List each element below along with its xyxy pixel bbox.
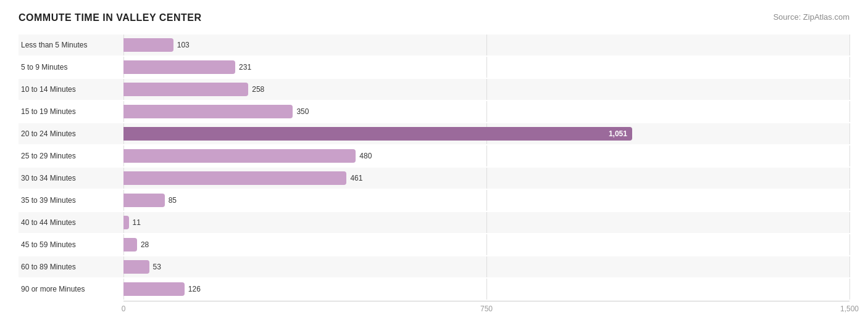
x-axis: 07501,500 — [123, 301, 849, 318]
bar: 480 — [123, 149, 356, 163]
bar-container: 231 — [123, 57, 849, 78]
bar-container: 461 — [123, 168, 849, 189]
bar-value: 231 — [239, 63, 251, 72]
bar-label: 45 to 59 Minutes — [19, 240, 123, 249]
bar: 350 — [123, 105, 293, 118]
bar-container: 53 — [123, 256, 849, 277]
bar-container: 258 — [123, 79, 849, 100]
bar-label: 10 to 14 Minutes — [19, 85, 123, 94]
x-tick-label: 750 — [480, 305, 493, 313]
bar-label: 40 to 44 Minutes — [19, 218, 123, 227]
bar-container: 126 — [123, 279, 849, 300]
bar: 231 — [123, 60, 235, 74]
chart-header: COMMUTE TIME IN VALLEY CENTER Source: Zi… — [19, 12, 849, 23]
bar-container: 350 — [123, 101, 849, 122]
bar-row: Less than 5 Minutes103 — [19, 35, 849, 55]
bar-label: 5 to 9 Minutes — [19, 63, 123, 72]
bar-row: 35 to 39 Minutes85 — [19, 190, 849, 211]
bar-container: 480 — [123, 145, 849, 166]
bar-row: 15 to 19 Minutes350 — [19, 101, 849, 122]
bars-wrapper: Less than 5 Minutes1035 to 9 Minutes2311… — [19, 35, 849, 300]
bar-container: 103 — [123, 35, 849, 55]
x-tick-label: 0 — [122, 305, 126, 313]
bar-value: 11 — [133, 218, 141, 227]
bar-label: 30 to 34 Minutes — [19, 174, 123, 182]
chart-area: Less than 5 Minutes1035 to 9 Minutes2311… — [19, 35, 849, 318]
bar: 85 — [123, 194, 165, 207]
bar: 53 — [123, 260, 149, 274]
bar-label: Less than 5 Minutes — [19, 41, 123, 49]
source-label: Source: ZipAtlas.com — [773, 12, 849, 22]
bar-row: 25 to 29 Minutes480 — [19, 145, 849, 166]
bar-value: 85 — [169, 196, 177, 205]
bar-row: 5 to 9 Minutes231 — [19, 57, 849, 78]
bar-label: 20 to 24 Minutes — [19, 129, 123, 138]
bar-row: 45 to 59 Minutes28 — [19, 234, 849, 255]
bar: 126 — [123, 282, 185, 296]
bar-value: 53 — [153, 263, 161, 271]
bar: 258 — [123, 83, 248, 96]
x-tick-label: 1,500 — [840, 305, 859, 313]
bar-value: 350 — [296, 107, 309, 116]
bar-label: 15 to 19 Minutes — [19, 107, 123, 116]
chart-title: COMMUTE TIME IN VALLEY CENTER — [19, 12, 202, 23]
bar-label: 60 to 89 Minutes — [19, 263, 123, 271]
bar-row: 60 to 89 Minutes53 — [19, 256, 849, 277]
bar: 28 — [123, 238, 137, 251]
bar-row: 30 to 34 Minutes461 — [19, 168, 849, 189]
bar-value: 461 — [350, 174, 362, 182]
bar-container: 85 — [123, 190, 849, 211]
bar-container: 11 — [123, 212, 849, 233]
bar-row: 90 or more Minutes126 — [19, 279, 849, 300]
bar: 461 — [123, 171, 346, 185]
bar-value: 28 — [141, 240, 149, 249]
bar: 11 — [123, 216, 129, 229]
bar-label: 90 or more Minutes — [19, 285, 123, 293]
bar-value: 480 — [359, 152, 372, 160]
bar-value: 103 — [177, 41, 190, 49]
bar-container: 1,051 — [123, 123, 849, 144]
bar-label: 35 to 39 Minutes — [19, 196, 123, 205]
bar-row: 20 to 24 Minutes1,051 — [19, 123, 849, 144]
bar: 1,051 — [123, 127, 632, 141]
bar-container: 28 — [123, 234, 849, 255]
bar-row: 10 to 14 Minutes258 — [19, 79, 849, 100]
bar-label: 25 to 29 Minutes — [19, 152, 123, 160]
bar: 103 — [123, 38, 173, 52]
bar-value: 258 — [252, 85, 264, 94]
bar-row: 40 to 44 Minutes11 — [19, 212, 849, 233]
bar-value: 1,051 — [609, 129, 627, 138]
bar-value: 126 — [188, 285, 201, 293]
